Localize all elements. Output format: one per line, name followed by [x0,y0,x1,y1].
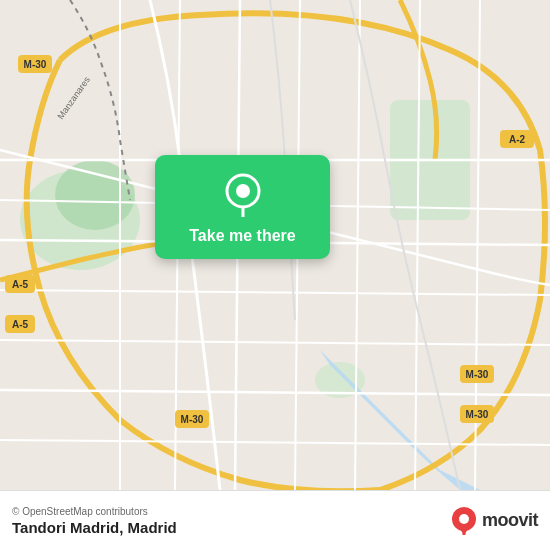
svg-text:A-2: A-2 [509,134,526,145]
svg-text:M-30: M-30 [24,59,47,70]
moovit-brand-icon [450,507,478,535]
map-container: M-30 A-2 A-5 A-5 M-30 M-30 M-30 Manzanar… [0,0,550,490]
svg-point-35 [236,184,250,198]
svg-text:M-30: M-30 [466,409,489,420]
svg-marker-38 [460,529,468,535]
take-me-label: Take me there [189,227,295,245]
moovit-logo: moovit [450,507,538,535]
svg-text:M-30: M-30 [466,369,489,380]
svg-text:M-30: M-30 [181,414,204,425]
bottom-bar: © OpenStreetMap contributors Tandori Mad… [0,490,550,550]
place-name: Tandori Madrid, Madrid [12,519,177,536]
pin-icon [221,173,265,217]
moovit-text: moovit [482,510,538,531]
svg-text:A-5: A-5 [12,319,29,330]
svg-point-2 [55,160,135,230]
svg-point-37 [459,514,469,524]
bottom-left: © OpenStreetMap contributors Tandori Mad… [12,506,177,536]
take-me-card[interactable]: Take me there [155,155,330,259]
svg-text:A-5: A-5 [12,279,29,290]
attribution-text: © OpenStreetMap contributors [12,506,177,517]
